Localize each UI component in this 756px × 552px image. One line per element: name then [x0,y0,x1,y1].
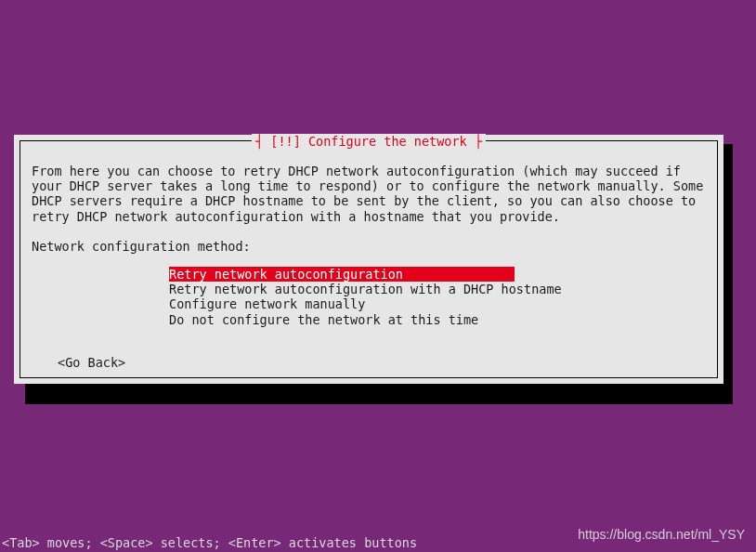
title-flag: [!!] [270,134,301,149]
dialog-body: From here you can choose to retry DHCP n… [32,164,706,224]
keyboard-hint: <Tab> moves; <Space> selects; <Enter> ac… [2,535,417,550]
option-configure-manually[interactable]: Configure network manually [169,296,706,311]
title-prefix: ┤ [255,134,270,149]
dialog-border: ┤ [!!] Configure the network ├ From here… [20,140,718,378]
options-list: Retry network autoconfiguration Retry ne… [169,267,706,327]
option-do-not-configure[interactable]: Do not configure the network at this tim… [169,312,706,327]
option-retry-autoconfig[interactable]: Retry network autoconfiguration [169,267,515,282]
method-prompt: Network configuration method: [32,239,706,254]
title-text: Configure the network [301,134,467,149]
option-label: Do not configure the network at this tim… [169,312,478,327]
option-label: Retry network autoconfiguration with a D… [169,282,562,296]
option-label: Retry network autoconfiguration [169,267,403,282]
configure-network-dialog: ┤ [!!] Configure the network ├ From here… [14,135,723,384]
dialog-title-wrap: ┤ [!!] Configure the network ├ [20,134,717,149]
option-retry-autoconfig-hostname[interactable]: Retry network autoconfiguration with a D… [169,282,706,296]
go-back-label: <Go Back> [58,355,125,370]
option-label: Configure network manually [169,296,365,311]
watermark: https://blog.csdn.net/ml_YSY [578,527,745,543]
go-back-button[interactable]: <Go Back> [58,355,125,370]
dialog-title: ┤ [!!] Configure the network ├ [252,134,486,149]
title-suffix: ├ [467,134,482,149]
